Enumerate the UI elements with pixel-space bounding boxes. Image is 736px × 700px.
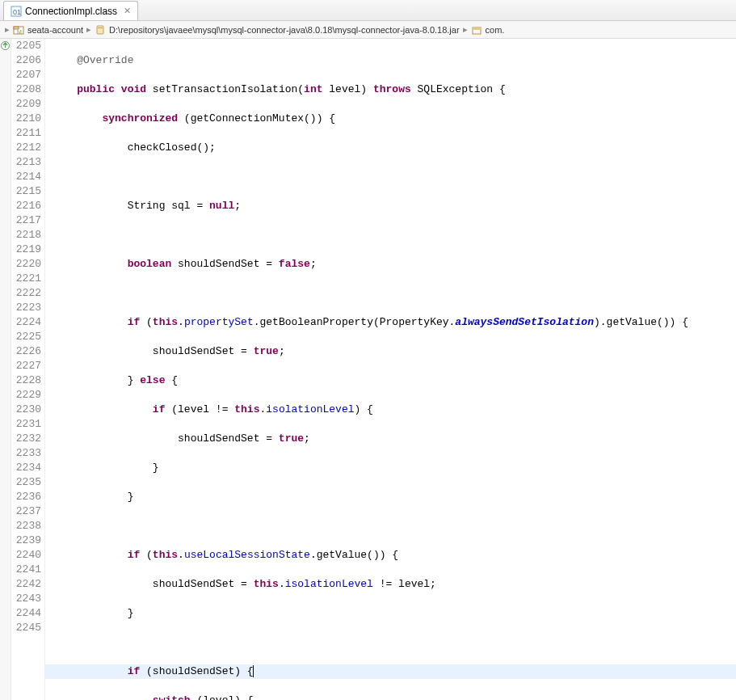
svg-rect-5 bbox=[97, 26, 103, 34]
chevron-right-icon: ▸ bbox=[463, 24, 468, 35]
svg-text:M: M bbox=[17, 29, 22, 35]
text-cursor bbox=[253, 665, 254, 677]
line-number-gutter: 2205220622072208220922102211221222132214… bbox=[11, 39, 45, 700]
package-icon bbox=[471, 24, 482, 36]
tab-bar: 01 ConnectionImpl.class ✕ bbox=[0, 0, 736, 21]
marker-column bbox=[0, 39, 11, 700]
svg-rect-6 bbox=[98, 27, 103, 28]
code-editor[interactable]: 2205220622072208220922102211221222132214… bbox=[0, 39, 736, 700]
breadcrumb-package[interactable]: com. bbox=[486, 25, 505, 35]
breadcrumb[interactable]: ▸ M seata-account ▸ D:\repositorys\javae… bbox=[0, 21, 736, 39]
breadcrumb-jar[interactable]: D:\repositorys\javaee\mysql\mysql-connec… bbox=[109, 25, 459, 35]
close-icon[interactable]: ✕ bbox=[124, 6, 131, 16]
svg-text:01: 01 bbox=[13, 8, 21, 16]
project-icon: M bbox=[13, 24, 24, 36]
code-area[interactable]: @Override public void setTransactionIsol… bbox=[45, 39, 736, 700]
jar-icon bbox=[95, 24, 106, 36]
chevron-right-icon: ▸ bbox=[86, 24, 91, 35]
annotation: @Override bbox=[77, 54, 133, 66]
tab-title: ConnectionImpl.class bbox=[25, 6, 117, 17]
override-marker-icon[interactable] bbox=[1, 41, 10, 50]
class-file-icon: 01 bbox=[11, 6, 22, 17]
chevron-right-icon: ▸ bbox=[5, 24, 10, 35]
current-line: if (shouldSendSet) { bbox=[45, 664, 736, 679]
breadcrumb-project[interactable]: seata-account bbox=[27, 25, 83, 35]
svg-rect-8 bbox=[473, 27, 481, 30]
editor-tab[interactable]: 01 ConnectionImpl.class ✕ bbox=[3, 1, 138, 20]
